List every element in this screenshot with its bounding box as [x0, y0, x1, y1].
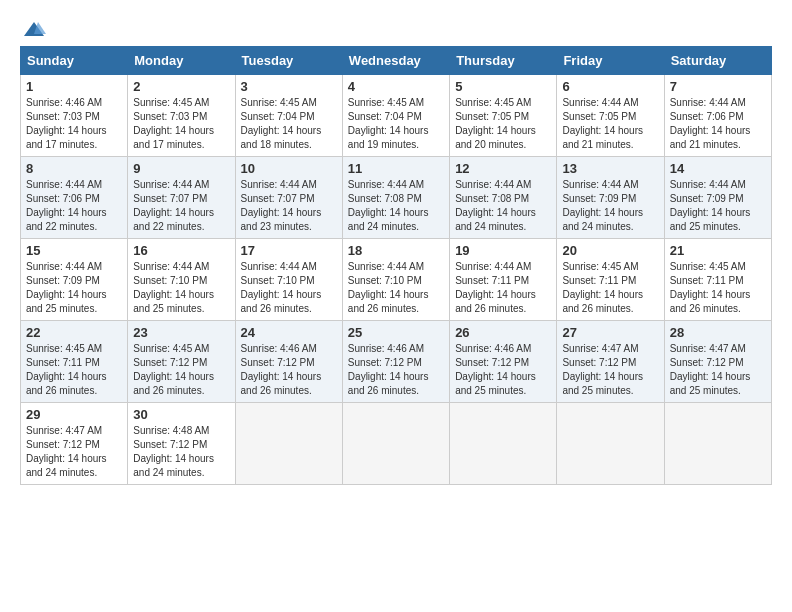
sunset-text: Sunset: 7:04 PM	[348, 110, 444, 124]
calendar-cell: 12Sunrise: 4:44 AMSunset: 7:08 PMDayligh…	[450, 157, 557, 239]
day-info: Sunrise: 4:44 AMSunset: 7:06 PMDaylight:…	[670, 96, 766, 152]
daylight-text: Daylight: 14 hours	[562, 206, 658, 220]
daylight-text: and 26 minutes.	[670, 302, 766, 316]
daylight-text: Daylight: 14 hours	[26, 370, 122, 384]
daylight-text: and 25 minutes.	[455, 384, 551, 398]
calendar-header-row: SundayMondayTuesdayWednesdayThursdayFrid…	[21, 47, 772, 75]
daylight-text: and 24 minutes.	[455, 220, 551, 234]
day-info: Sunrise: 4:44 AMSunset: 7:06 PMDaylight:…	[26, 178, 122, 234]
calendar-cell: 26Sunrise: 4:46 AMSunset: 7:12 PMDayligh…	[450, 321, 557, 403]
col-header-thursday: Thursday	[450, 47, 557, 75]
col-header-friday: Friday	[557, 47, 664, 75]
sunset-text: Sunset: 7:06 PM	[26, 192, 122, 206]
day-info: Sunrise: 4:48 AMSunset: 7:12 PMDaylight:…	[133, 424, 229, 480]
calendar-cell: 10Sunrise: 4:44 AMSunset: 7:07 PMDayligh…	[235, 157, 342, 239]
daylight-text: Daylight: 14 hours	[133, 452, 229, 466]
daylight-text: Daylight: 14 hours	[562, 370, 658, 384]
sunrise-text: Sunrise: 4:45 AM	[455, 96, 551, 110]
day-info: Sunrise: 4:45 AMSunset: 7:03 PMDaylight:…	[133, 96, 229, 152]
calendar-week-row: 29Sunrise: 4:47 AMSunset: 7:12 PMDayligh…	[21, 403, 772, 485]
day-info: Sunrise: 4:45 AMSunset: 7:11 PMDaylight:…	[562, 260, 658, 316]
daylight-text: and 26 minutes.	[26, 384, 122, 398]
daylight-text: Daylight: 14 hours	[26, 288, 122, 302]
day-number: 22	[26, 325, 122, 340]
sunrise-text: Sunrise: 4:45 AM	[241, 96, 337, 110]
day-number: 13	[562, 161, 658, 176]
col-header-sunday: Sunday	[21, 47, 128, 75]
daylight-text: Daylight: 14 hours	[562, 288, 658, 302]
sunset-text: Sunset: 7:12 PM	[241, 356, 337, 370]
sunrise-text: Sunrise: 4:44 AM	[562, 178, 658, 192]
col-header-saturday: Saturday	[664, 47, 771, 75]
sunrise-text: Sunrise: 4:44 AM	[455, 260, 551, 274]
day-number: 5	[455, 79, 551, 94]
daylight-text: and 26 minutes.	[241, 302, 337, 316]
daylight-text: and 26 minutes.	[562, 302, 658, 316]
sunrise-text: Sunrise: 4:45 AM	[133, 96, 229, 110]
sunset-text: Sunset: 7:12 PM	[133, 356, 229, 370]
calendar-cell	[342, 403, 449, 485]
calendar-cell: 3Sunrise: 4:45 AMSunset: 7:04 PMDaylight…	[235, 75, 342, 157]
day-number: 20	[562, 243, 658, 258]
sunset-text: Sunset: 7:03 PM	[26, 110, 122, 124]
sunset-text: Sunset: 7:12 PM	[26, 438, 122, 452]
calendar-cell: 20Sunrise: 4:45 AMSunset: 7:11 PMDayligh…	[557, 239, 664, 321]
calendar-cell	[235, 403, 342, 485]
day-number: 29	[26, 407, 122, 422]
day-number: 26	[455, 325, 551, 340]
daylight-text: Daylight: 14 hours	[26, 206, 122, 220]
day-info: Sunrise: 4:44 AMSunset: 7:05 PMDaylight:…	[562, 96, 658, 152]
sunset-text: Sunset: 7:08 PM	[455, 192, 551, 206]
daylight-text: and 24 minutes.	[348, 220, 444, 234]
calendar-cell: 16Sunrise: 4:44 AMSunset: 7:10 PMDayligh…	[128, 239, 235, 321]
daylight-text: Daylight: 14 hours	[133, 206, 229, 220]
daylight-text: Daylight: 14 hours	[348, 124, 444, 138]
sunset-text: Sunset: 7:06 PM	[670, 110, 766, 124]
daylight-text: and 21 minutes.	[670, 138, 766, 152]
calendar-cell: 9Sunrise: 4:44 AMSunset: 7:07 PMDaylight…	[128, 157, 235, 239]
sunset-text: Sunset: 7:11 PM	[26, 356, 122, 370]
sunset-text: Sunset: 7:12 PM	[562, 356, 658, 370]
calendar-cell: 23Sunrise: 4:45 AMSunset: 7:12 PMDayligh…	[128, 321, 235, 403]
daylight-text: and 25 minutes.	[670, 384, 766, 398]
sunrise-text: Sunrise: 4:47 AM	[562, 342, 658, 356]
daylight-text: Daylight: 14 hours	[455, 124, 551, 138]
day-info: Sunrise: 4:45 AMSunset: 7:05 PMDaylight:…	[455, 96, 551, 152]
day-info: Sunrise: 4:44 AMSunset: 7:11 PMDaylight:…	[455, 260, 551, 316]
sunrise-text: Sunrise: 4:46 AM	[241, 342, 337, 356]
daylight-text: and 24 minutes.	[26, 466, 122, 480]
daylight-text: and 22 minutes.	[133, 220, 229, 234]
daylight-text: and 26 minutes.	[133, 384, 229, 398]
daylight-text: and 24 minutes.	[133, 466, 229, 480]
sunrise-text: Sunrise: 4:44 AM	[26, 260, 122, 274]
calendar-cell: 13Sunrise: 4:44 AMSunset: 7:09 PMDayligh…	[557, 157, 664, 239]
day-number: 17	[241, 243, 337, 258]
col-header-wednesday: Wednesday	[342, 47, 449, 75]
calendar-cell: 30Sunrise: 4:48 AMSunset: 7:12 PMDayligh…	[128, 403, 235, 485]
day-info: Sunrise: 4:44 AMSunset: 7:09 PMDaylight:…	[562, 178, 658, 234]
calendar-cell: 11Sunrise: 4:44 AMSunset: 7:08 PMDayligh…	[342, 157, 449, 239]
daylight-text: and 17 minutes.	[26, 138, 122, 152]
day-number: 12	[455, 161, 551, 176]
sunrise-text: Sunrise: 4:44 AM	[670, 96, 766, 110]
daylight-text: and 25 minutes.	[133, 302, 229, 316]
day-number: 30	[133, 407, 229, 422]
day-info: Sunrise: 4:45 AMSunset: 7:11 PMDaylight:…	[26, 342, 122, 398]
calendar-cell: 14Sunrise: 4:44 AMSunset: 7:09 PMDayligh…	[664, 157, 771, 239]
calendar-cell: 6Sunrise: 4:44 AMSunset: 7:05 PMDaylight…	[557, 75, 664, 157]
daylight-text: and 24 minutes.	[562, 220, 658, 234]
day-info: Sunrise: 4:46 AMSunset: 7:12 PMDaylight:…	[241, 342, 337, 398]
day-info: Sunrise: 4:44 AMSunset: 7:07 PMDaylight:…	[241, 178, 337, 234]
day-number: 7	[670, 79, 766, 94]
day-number: 2	[133, 79, 229, 94]
day-number: 23	[133, 325, 229, 340]
day-number: 3	[241, 79, 337, 94]
sunrise-text: Sunrise: 4:46 AM	[26, 96, 122, 110]
calendar-cell: 5Sunrise: 4:45 AMSunset: 7:05 PMDaylight…	[450, 75, 557, 157]
day-number: 8	[26, 161, 122, 176]
day-number: 10	[241, 161, 337, 176]
daylight-text: Daylight: 14 hours	[241, 370, 337, 384]
calendar-cell: 25Sunrise: 4:46 AMSunset: 7:12 PMDayligh…	[342, 321, 449, 403]
day-number: 16	[133, 243, 229, 258]
day-number: 21	[670, 243, 766, 258]
